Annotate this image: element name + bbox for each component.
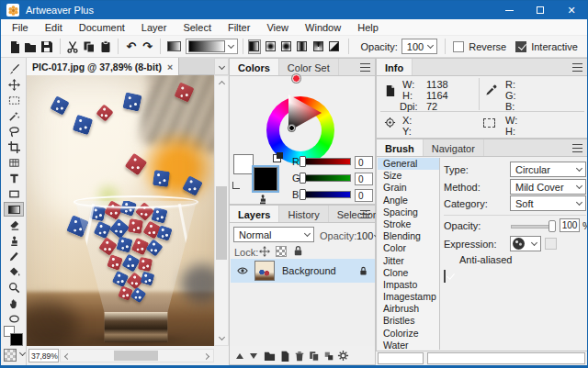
brush-category-general[interactable]: General <box>378 158 439 170</box>
pattern-chevron-icon[interactable] <box>19 350 26 356</box>
new-group-button[interactable] <box>263 349 277 362</box>
canvas-vertical-scrollbar[interactable] <box>214 75 229 346</box>
duplicate-layer-button[interactable] <box>307 349 321 362</box>
tab-info[interactable]: Info <box>377 59 413 75</box>
minimize-button[interactable] <box>493 1 525 19</box>
brush-category-colorize[interactable]: Colorize <box>378 328 439 340</box>
open-document-button[interactable] <box>23 38 40 56</box>
menu-file[interactable]: File <box>4 20 37 35</box>
paint-bucket-tool[interactable] <box>4 264 24 279</box>
interactive-checkbox[interactable] <box>515 41 526 52</box>
lock-all-icon[interactable] <box>292 245 304 257</box>
channel-value-r[interactable]: 0 <box>355 156 373 169</box>
gradient-style-diamond-button[interactable] <box>327 39 340 54</box>
layer-visibility-eye-icon[interactable] <box>236 265 249 276</box>
gradient-tool[interactable] <box>4 202 24 217</box>
zoom-tool[interactable] <box>4 280 24 295</box>
magic-wand-tool[interactable] <box>4 108 24 123</box>
zoom-level-field[interactable]: 37,89% <box>28 349 59 362</box>
undo-button[interactable]: ↶ <box>123 38 140 56</box>
expression-settings-button[interactable] <box>545 238 557 250</box>
lock-transparency-icon[interactable] <box>276 246 287 257</box>
text-tool[interactable] <box>4 171 24 185</box>
copy-button[interactable] <box>81 38 97 56</box>
layer-effects-button[interactable] <box>322 349 335 362</box>
reverse-checkbox[interactable] <box>453 41 464 52</box>
antialiased-checkbox[interactable] <box>444 270 446 283</box>
paste-button[interactable] <box>97 38 114 56</box>
blend-mode-dropdown[interactable]: Normal <box>233 227 314 242</box>
brush-category-spacing[interactable]: Spacing <box>378 206 439 218</box>
eraser-tool[interactable] <box>4 217 24 232</box>
panel-menu-icon[interactable] <box>360 210 370 218</box>
brush-category-airbrush[interactable]: Airbrush <box>378 303 439 315</box>
layer-row-background[interactable]: Background <box>231 259 375 283</box>
tab-brush[interactable]: Brush <box>377 139 424 156</box>
menu-help[interactable]: Help <box>349 20 387 35</box>
close-button[interactable]: ✕ <box>556 1 587 19</box>
cut-button[interactable] <box>65 38 82 56</box>
brush-category-grain[interactable]: Grain <box>378 182 439 194</box>
tab-list-dropdown[interactable] <box>214 58 229 75</box>
hand-tool[interactable] <box>4 296 24 310</box>
layer-settings-gear-button[interactable] <box>336 349 350 362</box>
maximize-button[interactable] <box>525 1 556 19</box>
tab-navigator[interactable]: Navigator <box>424 139 484 156</box>
lock-position-icon[interactable] <box>259 246 270 257</box>
slice-tool[interactable] <box>4 155 24 170</box>
brush-category-blending[interactable]: Blending <box>378 230 439 242</box>
brush-type-dropdown[interactable]: Circular <box>510 162 586 177</box>
panel-menu-icon[interactable] <box>572 144 582 152</box>
canvas-horizontal-scrollbar[interactable] <box>60 349 214 362</box>
channel-slider-b[interactable] <box>301 191 351 198</box>
menu-select[interactable]: Select <box>175 20 220 35</box>
menu-window[interactable]: Window <box>297 20 349 35</box>
move-layer-up-button[interactable] <box>232 349 246 362</box>
tab-close-icon[interactable]: × <box>167 61 173 72</box>
brush-opacity-value[interactable]: 100 <box>560 218 580 232</box>
new-layer-button[interactable] <box>277 349 291 362</box>
gradient-style-conical-button[interactable] <box>311 39 324 54</box>
save-button[interactable] <box>39 38 55 56</box>
lasso-tool[interactable] <box>4 124 24 139</box>
panel-menu-icon[interactable] <box>360 63 370 72</box>
brush-category-color[interactable]: Color <box>378 242 439 254</box>
brush-category-clone[interactable]: Clone <box>378 267 439 279</box>
channel-slider-g[interactable] <box>301 174 351 182</box>
foreground-color-swatch[interactable] <box>233 154 254 174</box>
channel-handle-g[interactable] <box>300 173 306 184</box>
gradient-style-linear-button[interactable] <box>248 39 261 54</box>
gradient-style-reflected-button[interactable] <box>296 39 309 54</box>
rectangular-select-tool[interactable] <box>4 93 24 107</box>
channel-handle-r[interactable] <box>300 156 306 167</box>
brush-method-dropdown[interactable]: Mild Cover <box>510 179 586 195</box>
brush-category-imagestamp[interactable]: Imagestamp <box>378 291 439 303</box>
toolbox-background-color-swatch[interactable] <box>10 333 23 346</box>
channel-value-b[interactable]: 0 <box>355 189 373 202</box>
panel-menu-icon[interactable] <box>572 63 582 72</box>
document-tab[interactable]: PIC-017.jpg @ 37,89% (8-bit) × <box>27 58 179 75</box>
shape-tool[interactable] <box>4 186 24 201</box>
brush-subcategory-dropdown[interactable]: Soft <box>510 195 586 211</box>
gradient-style-square-button[interactable] <box>279 39 292 54</box>
brush-category-bristles[interactable]: Bristles <box>378 315 439 327</box>
menu-document[interactable]: Document <box>71 20 133 35</box>
menu-view[interactable]: View <box>258 20 297 35</box>
brush-tool[interactable] <box>4 61 24 76</box>
pattern-swatch[interactable] <box>4 349 17 362</box>
new-document-button[interactable] <box>6 38 23 56</box>
move-layer-down-button[interactable] <box>246 349 260 362</box>
brush-opacity-slider[interactable] <box>511 225 553 229</box>
clone-stamp-tool[interactable] <box>4 233 24 248</box>
tab-color-set[interactable]: Color Set <box>279 59 339 75</box>
swap-colors-icon[interactable] <box>232 182 240 189</box>
menu-filter[interactable]: Filter <box>220 20 258 35</box>
tab-colors[interactable]: Colors <box>230 59 279 75</box>
opacity-dropdown[interactable]: 100 <box>401 39 438 54</box>
tab-layers[interactable]: Layers <box>230 206 279 222</box>
document-canvas[interactable] <box>27 75 214 346</box>
default-colors-icon[interactable] <box>273 152 283 162</box>
brush-category-impasto[interactable]: Impasto <box>378 279 439 291</box>
ellipse-tool[interactable] <box>4 311 24 326</box>
brush-category-angle[interactable]: Angle <box>378 195 439 206</box>
